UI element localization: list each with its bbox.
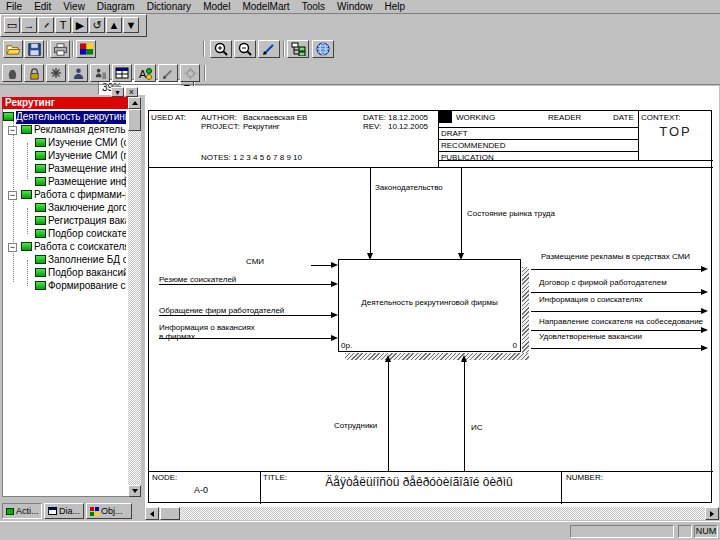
output-arrow-label[interactable]: Информация о соискателях (539, 295, 643, 304)
collapse-icon[interactable] (8, 191, 17, 200)
diagram-hscrollbar[interactable] (145, 507, 719, 520)
panel-close-button[interactable]: × (125, 87, 138, 97)
zoom-out-button[interactable] (234, 40, 256, 58)
settings-button[interactable] (180, 64, 200, 82)
author-mode-button[interactable] (90, 64, 110, 82)
tree-item-root[interactable]: Деятельность рекрутингово (2, 111, 128, 124)
input-arrow-label[interactable]: Резюме соискателей (159, 275, 236, 284)
zoom-in-button[interactable] (210, 40, 232, 58)
tree-item[interactable]: Подбор соискателей (2, 228, 128, 241)
go-down-button[interactable]: ▼ (123, 17, 139, 33)
panel-menu-button[interactable]: ▾ (111, 87, 124, 97)
dictionary-grid-button[interactable] (112, 64, 132, 82)
tree-item-label: Регистрация вакансий (48, 215, 126, 228)
scroll-right-button[interactable] (705, 507, 719, 520)
cost-button[interactable]: A (134, 64, 156, 82)
tree-item[interactable]: Формирование списк (2, 280, 128, 293)
tree-scrollbar[interactable] (128, 97, 141, 497)
output-arrow-label[interactable]: Удовлетворенные вакансии (539, 332, 642, 341)
goto-child-button[interactable]: ▶ (72, 17, 88, 33)
pan-button[interactable] (2, 64, 22, 82)
scroll-down-button[interactable] (128, 485, 141, 497)
tree-item[interactable]: Работа с соискателями (2, 241, 128, 254)
menu-item-diagram[interactable]: Diagram (91, 0, 141, 13)
tree-item[interactable]: Рекламная деятельность (2, 124, 128, 137)
save-button[interactable] (24, 40, 44, 58)
tab-objects[interactable]: Obj... (86, 503, 132, 519)
tab-activities[interactable]: Acti... (2, 503, 42, 519)
tree-item-label: Работа с соискателями (34, 241, 126, 254)
scroll-up-button[interactable] (128, 97, 141, 109)
tree-item[interactable]: Изучение СМИ (печат (2, 150, 128, 163)
tree-item[interactable]: Работа с фирмами-рабо (2, 189, 128, 202)
mechanism-arrow-line[interactable] (464, 361, 465, 471)
tab-diagrams[interactable]: Dia... (44, 503, 84, 519)
triangle-right-icon (710, 511, 714, 517)
output-arrow-line[interactable] (531, 330, 701, 331)
arrow-tool-button[interactable]: → (21, 17, 37, 33)
output-arrow-label[interactable]: Договор с фирмой работодателем (539, 278, 667, 287)
junction-button[interactable] (46, 64, 66, 82)
tree-item[interactable]: Изучение СМИ (офици (2, 137, 128, 150)
reader-mode-button[interactable] (68, 64, 88, 82)
control-arrow-label[interactable]: Состояние рынка труда (467, 209, 555, 218)
output-arrow-label[interactable]: Размещение рекламы в средствах СМИ (541, 252, 690, 261)
menu-item-dictionary[interactable]: Dictionary (141, 0, 197, 13)
input-arrow-line[interactable] (159, 315, 331, 316)
input-arrow-label[interactable]: Обращение фирм работодателей (159, 306, 284, 315)
tree-item[interactable]: Размещение информа (2, 176, 128, 189)
go-up-button[interactable]: ▲ (106, 17, 122, 33)
triangle-right-icon: ▶ (76, 19, 84, 32)
text-tool-button[interactable]: T (55, 17, 71, 33)
lock-button[interactable] (24, 64, 44, 82)
control-arrow-label[interactable]: Законодательство (375, 183, 443, 192)
squiggle-tool-button[interactable]: ~ (38, 17, 54, 33)
input-arrow-line[interactable] (311, 265, 331, 266)
scroll-left-button[interactable] (145, 507, 159, 520)
tree-item[interactable]: Заключение договоро (2, 202, 128, 215)
mechanism-arrow-line[interactable] (388, 361, 389, 471)
output-arrow-line[interactable] (531, 269, 701, 270)
udp-button[interactable] (158, 64, 178, 82)
output-arrow-line[interactable] (531, 292, 701, 293)
output-arrow-line[interactable] (531, 348, 701, 349)
color-palette-button[interactable] (76, 40, 96, 58)
menu-item-edit[interactable]: Edit (28, 0, 57, 13)
output-arrow-line[interactable] (531, 311, 701, 312)
print-button[interactable] (50, 40, 70, 58)
tree-item[interactable]: Размещение информа (2, 163, 128, 176)
web-publish-button[interactable] (312, 40, 334, 58)
menu-item-modelmart[interactable]: ModelMart (236, 0, 295, 13)
output-arrow-label[interactable]: Направление соискателя на собеседование (539, 317, 703, 326)
tree-item[interactable]: Подбор вакансий (2, 267, 128, 280)
undo-arrow-button[interactable]: ↺ (89, 17, 105, 33)
scrollbar-thumb[interactable] (128, 109, 141, 131)
model-name: Рекрутинг (5, 97, 55, 108)
model-explorer-button[interactable] (287, 40, 309, 58)
input-arrow-line[interactable] (159, 338, 331, 339)
model-name-header: Рекрутинг (2, 97, 128, 109)
menu-item-window[interactable]: Window (331, 0, 379, 13)
activity-box-tool-button[interactable]: ▭ (4, 17, 20, 33)
collapse-icon[interactable] (8, 243, 17, 252)
control-arrow-line[interactable] (370, 168, 371, 253)
lock-icon (28, 67, 41, 80)
context-activity-box[interactable]: Деятельность рекрутинговой фирмы 0р. 0 (338, 259, 521, 352)
scrollbar-thumb[interactable] (160, 507, 180, 520)
sketch-button[interactable] (258, 40, 280, 58)
menu-item-tools[interactable]: Tools (296, 0, 331, 13)
menu-item-model[interactable]: Model (197, 0, 236, 13)
menu-item-view[interactable]: View (57, 0, 91, 13)
mechanism-arrow-label[interactable]: ИС (471, 423, 483, 432)
mechanism-arrow-label[interactable]: Сотрудники (334, 421, 377, 430)
tree-item[interactable]: Регистрация вакансий (2, 215, 128, 228)
tree-item[interactable]: Заполнение БД соиск (2, 254, 128, 267)
menu-item-file[interactable]: File (0, 0, 28, 13)
open-button[interactable] (3, 40, 23, 58)
collapse-icon[interactable] (8, 126, 17, 135)
input-arrow-line[interactable] (159, 284, 331, 285)
menu-item-help[interactable]: Help (379, 0, 412, 13)
date-value: 18.12.2005 (388, 113, 428, 122)
input-arrow-label[interactable]: СМИ (246, 257, 264, 266)
control-arrow-line[interactable] (461, 168, 462, 253)
